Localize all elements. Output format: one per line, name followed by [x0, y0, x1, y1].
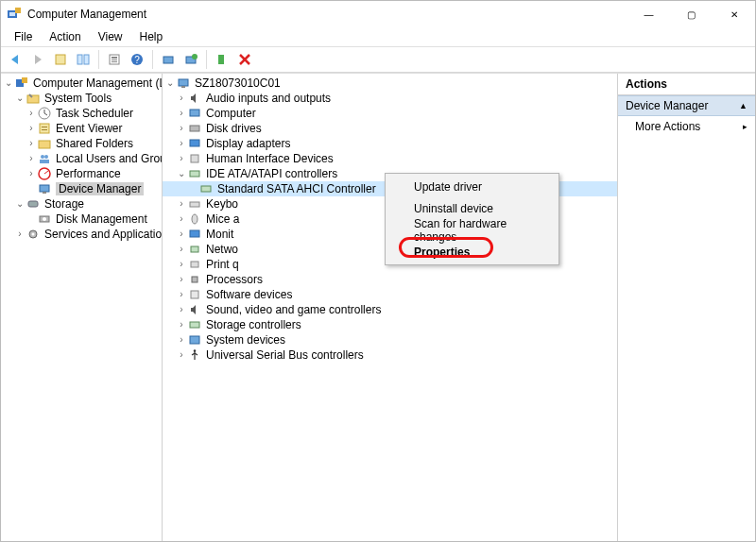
expand-icon[interactable]: ›: [14, 229, 26, 239]
menu-file[interactable]: File: [7, 28, 40, 45]
tree-item-storage[interactable]: ⌄ Storage: [1, 196, 162, 212]
enable-button[interactable]: [212, 49, 232, 70]
tree-label: Performance: [56, 167, 121, 180]
expand-icon[interactable]: ›: [176, 124, 187, 133]
expand-icon[interactable]: ›: [176, 335, 187, 345]
expand-icon[interactable]: ›: [176, 290, 187, 299]
actions-section-title: Device Manager: [626, 99, 708, 112]
expand-icon[interactable]: ›: [176, 320, 187, 330]
tree-label: Computer Management (Local): [33, 76, 163, 90]
collapse-icon[interactable]: ⌄: [14, 93, 26, 103]
collapse-icon[interactable]: ⌄: [3, 78, 14, 88]
tree-label: Software devices: [206, 288, 292, 301]
console-tree-pane[interactable]: ⌄ Computer Management (Local) ⌄ System T…: [1, 74, 163, 541]
context-menu: Update driver Uninstall device Scan for …: [385, 173, 559, 265]
tree-item-event-viewer[interactable]: ›Event Viewer: [1, 121, 162, 136]
tree-label: Local Users and Groups: [56, 152, 163, 165]
event-icon: [37, 121, 52, 136]
expand-icon[interactable]: ›: [176, 245, 187, 254]
expand-icon[interactable]: ›: [176, 229, 187, 239]
scan-button[interactable]: [158, 49, 179, 70]
device-category[interactable]: ›Disk drives: [163, 121, 617, 136]
prop-button[interactable]: [104, 49, 125, 70]
tree-item-system-tools[interactable]: ⌄ System Tools: [1, 91, 162, 106]
close-button[interactable]: ✕: [713, 1, 755, 27]
device-tree-pane[interactable]: ⌄ SZ18073010C01 ›Audio inputs and output…: [163, 74, 618, 541]
svg-rect-45: [190, 230, 199, 237]
collapse-icon[interactable]: ⌄: [176, 169, 187, 178]
svg-rect-22: [42, 129, 47, 130]
software-icon: [187, 287, 202, 302]
expand-icon[interactable]: ›: [176, 139, 187, 148]
menu-view[interactable]: View: [91, 28, 130, 45]
help-button[interactable]: ?: [127, 49, 147, 70]
actions-more[interactable]: More Actions ▸: [618, 116, 755, 137]
ctx-scan-hardware[interactable]: Scan for hardware changes: [387, 219, 557, 241]
svg-rect-17: [22, 77, 27, 83]
ctx-properties[interactable]: Properties: [387, 241, 557, 263]
tree-item-local-users[interactable]: ›Local Users and Groups: [1, 151, 162, 166]
expand-icon[interactable]: ›: [26, 124, 37, 133]
svg-rect-1: [9, 12, 15, 16]
tree-item-disk-management[interactable]: Disk Management: [1, 212, 162, 227]
device-category[interactable]: ›Software devices: [163, 287, 617, 302]
actions-header: Actions: [618, 74, 755, 95]
folder-share-icon: [37, 136, 52, 151]
collapse-icon[interactable]: ▲: [739, 101, 747, 110]
device-category[interactable]: ›Display adapters: [163, 136, 617, 151]
scan-hw-button[interactable]: [180, 49, 201, 70]
svg-rect-20: [40, 124, 49, 133]
show-hide-button[interactable]: [73, 49, 94, 70]
device-category[interactable]: ›Processors: [163, 272, 617, 287]
expand-icon[interactable]: ›: [176, 350, 187, 360]
tree-label: Device Manager: [56, 182, 144, 195]
expand-icon[interactable]: ›: [176, 260, 187, 269]
expand-icon[interactable]: ›: [176, 109, 187, 118]
device-category[interactable]: ›Human Interface Devices: [163, 151, 617, 166]
minimize-button[interactable]: —: [627, 1, 670, 27]
device-category[interactable]: ›Sound, video and game controllers: [163, 302, 617, 317]
up-button[interactable]: [50, 49, 71, 70]
svg-rect-37: [190, 110, 199, 116]
tree-item-performance[interactable]: ›Performance: [1, 166, 162, 181]
tree-label: IDE ATA/ATAPI controllers: [206, 167, 337, 180]
expand-icon[interactable]: ›: [176, 214, 187, 224]
device-category[interactable]: ›Universal Serial Bus controllers: [163, 347, 617, 363]
ctx-update-driver[interactable]: Update driver: [387, 176, 557, 197]
expand-icon[interactable]: ›: [176, 199, 187, 209]
expand-icon[interactable]: ›: [176, 93, 187, 103]
device-category[interactable]: ›Storage controllers: [163, 317, 617, 332]
expand-icon[interactable]: ›: [26, 169, 37, 178]
expand-icon[interactable]: ›: [26, 109, 37, 118]
window-title: Computer Management: [27, 8, 146, 21]
keyboard-icon: [187, 196, 202, 212]
svg-rect-36: [181, 86, 185, 88]
svg-rect-15: [218, 55, 224, 64]
actions-section-header[interactable]: Device Manager ▲: [618, 95, 755, 116]
device-category[interactable]: ›Computer: [163, 106, 617, 121]
tree-item-task-scheduler[interactable]: ›Task Scheduler: [1, 106, 162, 121]
forward-button[interactable]: [27, 49, 48, 70]
device-category[interactable]: ›Audio inputs and outputs: [163, 91, 617, 106]
tree-item-device-manager[interactable]: Device Manager: [1, 181, 162, 196]
tree-root[interactable]: ⌄ Computer Management (Local): [1, 76, 162, 91]
app-icon: [7, 7, 22, 22]
device-category[interactable]: ›System devices: [163, 332, 617, 347]
back-button[interactable]: [5, 49, 26, 70]
expand-icon[interactable]: ›: [26, 154, 37, 163]
menu-help[interactable]: Help: [132, 28, 171, 45]
maximize-button[interactable]: ▢: [670, 1, 713, 27]
actions-pane: Actions Device Manager ▲ More Actions ▸: [618, 74, 755, 541]
tree-item-shared-folders[interactable]: ›Shared Folders: [1, 136, 162, 151]
menu-action[interactable]: Action: [42, 28, 88, 45]
expand-icon[interactable]: ›: [26, 139, 37, 148]
device-root[interactable]: ⌄ SZ18073010C01: [163, 76, 617, 91]
collapse-icon[interactable]: ⌄: [164, 78, 176, 88]
uninstall-button[interactable]: [234, 49, 255, 70]
expand-icon[interactable]: ›: [176, 275, 187, 284]
expand-icon[interactable]: ›: [176, 305, 187, 314]
tree-item-services-apps[interactable]: › Services and Applications: [1, 227, 162, 242]
expand-icon[interactable]: ›: [176, 154, 187, 163]
svg-rect-42: [201, 186, 211, 192]
collapse-icon[interactable]: ⌄: [14, 199, 26, 209]
